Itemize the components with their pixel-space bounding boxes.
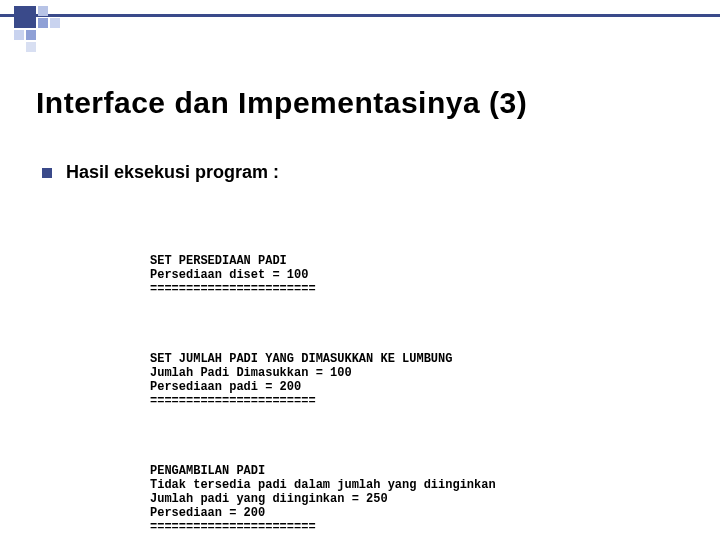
output-line: PENGAMBILAN PADI	[150, 464, 265, 478]
output-block: PENGAMBILAN PADI Tidak tersedia padi dal…	[150, 450, 496, 534]
deco-square	[14, 30, 24, 40]
output-line: Tidak tersedia padi dalam jumlah yang di…	[150, 478, 496, 492]
output-line: Jumlah padi yang diinginkan = 250	[150, 492, 388, 506]
output-line: Persediaan = 200	[150, 506, 265, 520]
output-line: SET PERSEDIAAN PADI	[150, 254, 287, 268]
deco-square	[50, 18, 60, 28]
output-line: SET JUMLAH PADI YANG DIMASUKKAN KE LUMBU…	[150, 352, 452, 366]
output-line: Jumlah Padi Dimasukkan = 100	[150, 366, 352, 380]
output-line: Persediaan padi = 200	[150, 380, 301, 394]
subtitle-row: Hasil eksekusi program :	[42, 162, 279, 183]
output-line: =======================	[150, 520, 316, 534]
subtitle-text: Hasil eksekusi program :	[66, 162, 279, 183]
slide-title: Interface dan Impementasinya (3)	[36, 86, 527, 120]
horizontal-rule	[0, 14, 720, 17]
output-line: Persediaan diset = 100	[150, 268, 308, 282]
bullet-square-icon	[42, 168, 52, 178]
deco-square	[26, 30, 36, 40]
output-line: =======================	[150, 394, 316, 408]
output-block: SET PERSEDIAAN PADI Persediaan diset = 1…	[150, 240, 496, 296]
deco-square	[14, 6, 36, 28]
output-line: =======================	[150, 282, 316, 296]
output-block: SET JUMLAH PADI YANG DIMASUKKAN KE LUMBU…	[150, 338, 496, 408]
corner-decoration	[0, 0, 720, 70]
deco-square	[38, 6, 48, 16]
slide: Interface dan Impementasinya (3) Hasil e…	[0, 0, 720, 540]
deco-square	[26, 42, 36, 52]
deco-square	[38, 18, 48, 28]
program-output: SET PERSEDIAAN PADI Persediaan diset = 1…	[150, 212, 496, 540]
